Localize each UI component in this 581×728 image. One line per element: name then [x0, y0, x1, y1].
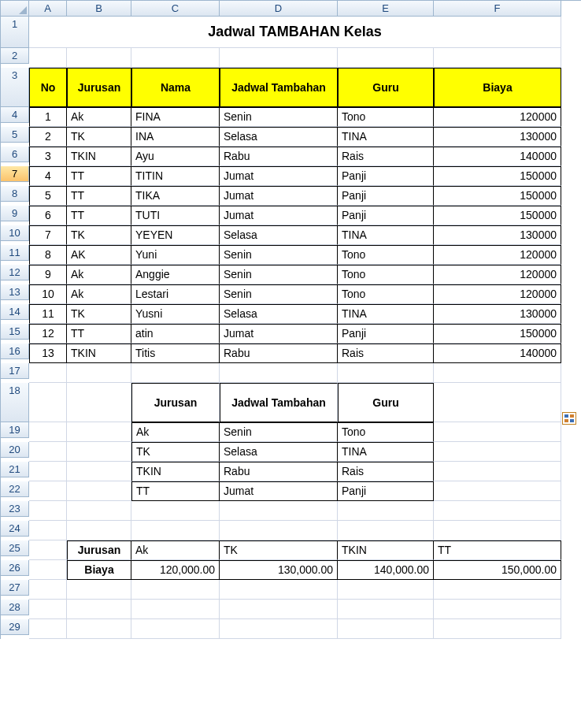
- cell[interactable]: [434, 580, 561, 600]
- column-header[interactable]: E: [338, 1, 434, 17]
- cell[interactable]: [67, 600, 131, 619]
- row-header[interactable]: 5: [1, 127, 29, 143]
- cell-biaya[interactable]: 130000: [434, 127, 561, 147]
- cell-jadwal[interactable]: Selasa: [220, 225, 338, 245]
- cell-nama[interactable]: Ayu: [131, 147, 220, 166]
- cell[interactable]: [434, 481, 561, 501]
- cell[interactable]: [67, 521, 131, 540]
- cell[interactable]: [29, 619, 67, 639]
- cell-jadwal[interactable]: Rabu: [220, 147, 338, 166]
- row-header[interactable]: 19: [1, 422, 29, 438]
- cell[interactable]: [338, 521, 434, 540]
- row-header[interactable]: 16: [1, 344, 29, 359]
- cell-jurusan[interactable]: TT: [67, 166, 131, 186]
- row-header[interactable]: 20: [1, 442, 29, 458]
- cell[interactable]: [67, 422, 131, 442]
- cell[interactable]: [67, 501, 131, 521]
- cell[interactable]: [220, 501, 338, 521]
- row-header[interactable]: 23: [1, 501, 29, 517]
- cell-no[interactable]: 13: [29, 344, 67, 363]
- cell[interactable]: [29, 442, 67, 462]
- column-header[interactable]: A: [29, 1, 67, 17]
- cell-guru[interactable]: Panji: [338, 166, 434, 186]
- cell[interactable]: [220, 521, 338, 540]
- column-header[interactable]: C: [131, 1, 220, 17]
- cell-no[interactable]: 12: [29, 324, 67, 344]
- hlookup-label-jurusan[interactable]: Jurusan: [67, 540, 131, 560]
- cell-nama[interactable]: INA: [131, 127, 220, 147]
- cell-nama[interactable]: Titis: [131, 344, 220, 363]
- cell-jadwal[interactable]: Senin: [220, 284, 338, 304]
- cell-guru[interactable]: Rais: [338, 147, 434, 166]
- lookup-header[interactable]: Jurusan: [131, 383, 220, 422]
- lookup-jurusan[interactable]: TK: [131, 442, 220, 462]
- row-header[interactable]: 29: [1, 619, 29, 635]
- cell-no[interactable]: 6: [29, 206, 67, 225]
- cell-guru[interactable]: TINA: [338, 225, 434, 245]
- hlookup-label-biaya[interactable]: Biaya: [67, 560, 131, 580]
- cell-nama[interactable]: YEYEN: [131, 225, 220, 245]
- lookup-jadwal[interactable]: Jumat: [220, 481, 338, 501]
- row-header[interactable]: 9: [1, 206, 29, 221]
- cell-jadwal[interactable]: Senin: [220, 245, 338, 265]
- cell-nama[interactable]: TITIN: [131, 166, 220, 186]
- hlookup-jurusan[interactable]: TT: [434, 540, 561, 560]
- cell-jurusan[interactable]: Ak: [67, 265, 131, 284]
- row-header[interactable]: 27: [1, 580, 29, 596]
- table-header[interactable]: Biaya: [434, 68, 561, 107]
- cell-no[interactable]: 4: [29, 166, 67, 186]
- cell[interactable]: [67, 619, 131, 639]
- cell[interactable]: [29, 363, 67, 383]
- cell-nama[interactable]: Yusni: [131, 304, 220, 324]
- cell-guru[interactable]: Tono: [338, 284, 434, 304]
- cell-jurusan[interactable]: AK: [67, 245, 131, 265]
- cell-nama[interactable]: atin: [131, 324, 220, 344]
- cell-nama[interactable]: Yuni: [131, 245, 220, 265]
- lookup-header[interactable]: Guru: [338, 383, 434, 422]
- cell-guru[interactable]: Rais: [338, 344, 434, 363]
- row-header[interactable]: 11: [1, 245, 29, 261]
- cell[interactable]: [434, 48, 561, 68]
- cell-jadwal[interactable]: Jumat: [220, 324, 338, 344]
- cell-jadwal[interactable]: Senin: [220, 107, 338, 127]
- table-header[interactable]: Jadwal Tambahan: [220, 68, 338, 107]
- lookup-jurusan[interactable]: TT: [131, 481, 220, 501]
- cell-nama[interactable]: TIKA: [131, 186, 220, 206]
- cell[interactable]: [434, 619, 561, 639]
- cell-biaya[interactable]: 140000: [434, 344, 561, 363]
- row-header[interactable]: 12: [1, 265, 29, 280]
- cell-jurusan[interactable]: TKIN: [67, 344, 131, 363]
- column-header[interactable]: B: [67, 1, 131, 17]
- cell-nama[interactable]: Lestari: [131, 284, 220, 304]
- table-header[interactable]: Guru: [338, 68, 434, 107]
- cell[interactable]: [67, 481, 131, 501]
- row-header[interactable]: 8: [1, 186, 29, 202]
- cell[interactable]: [29, 501, 67, 521]
- cell-nama[interactable]: FINA: [131, 107, 220, 127]
- cell-guru[interactable]: TINA: [338, 304, 434, 324]
- cell[interactable]: [338, 363, 434, 383]
- row-header[interactable]: 13: [1, 284, 29, 300]
- cell[interactable]: [67, 442, 131, 462]
- row-header[interactable]: 10: [1, 225, 29, 241]
- cell[interactable]: [338, 501, 434, 521]
- lookup-header[interactable]: Jadwal Tambahan: [220, 383, 338, 422]
- cell-jadwal[interactable]: Jumat: [220, 166, 338, 186]
- cell[interactable]: [434, 600, 561, 619]
- hlookup-biaya[interactable]: 130,000.00: [220, 560, 338, 580]
- hlookup-jurusan[interactable]: TK: [220, 540, 338, 560]
- cell-jurusan[interactable]: TT: [67, 186, 131, 206]
- cell-guru[interactable]: Panji: [338, 324, 434, 344]
- cell-nama[interactable]: Anggie: [131, 265, 220, 284]
- row-header[interactable]: 18: [1, 383, 29, 422]
- cell-jadwal[interactable]: Rabu: [220, 344, 338, 363]
- lookup-guru[interactable]: Rais: [338, 462, 434, 481]
- cell[interactable]: [434, 442, 561, 462]
- cell[interactable]: [220, 363, 338, 383]
- row-header[interactable]: 1: [1, 17, 29, 48]
- cell[interactable]: [131, 363, 220, 383]
- cell-guru[interactable]: Tono: [338, 245, 434, 265]
- row-header[interactable]: 26: [1, 560, 29, 576]
- hlookup-biaya[interactable]: 120,000.00: [131, 560, 220, 580]
- hlookup-jurusan[interactable]: TKIN: [338, 540, 434, 560]
